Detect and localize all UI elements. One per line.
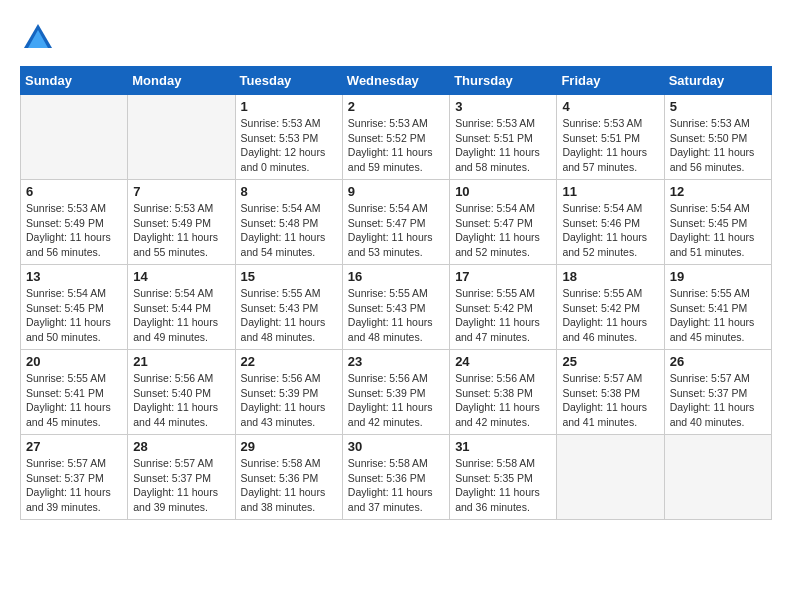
day-detail: Sunrise: 5:56 AM Sunset: 5:39 PM Dayligh… [348,371,444,430]
header-tuesday: Tuesday [235,67,342,95]
day-detail: Sunrise: 5:58 AM Sunset: 5:36 PM Dayligh… [241,456,337,515]
day-number: 17 [455,269,551,284]
day-cell: 2Sunrise: 5:53 AM Sunset: 5:52 PM Daylig… [342,95,449,180]
day-number: 9 [348,184,444,199]
day-number: 16 [348,269,444,284]
day-number: 12 [670,184,766,199]
day-cell [557,435,664,520]
day-cell: 17Sunrise: 5:55 AM Sunset: 5:42 PM Dayli… [450,265,557,350]
day-number: 8 [241,184,337,199]
day-number: 14 [133,269,229,284]
page-header [20,20,772,56]
day-detail: Sunrise: 5:53 AM Sunset: 5:51 PM Dayligh… [562,116,658,175]
day-number: 2 [348,99,444,114]
day-number: 1 [241,99,337,114]
day-cell: 13Sunrise: 5:54 AM Sunset: 5:45 PM Dayli… [21,265,128,350]
day-detail: Sunrise: 5:53 AM Sunset: 5:50 PM Dayligh… [670,116,766,175]
day-cell: 18Sunrise: 5:55 AM Sunset: 5:42 PM Dayli… [557,265,664,350]
day-detail: Sunrise: 5:53 AM Sunset: 5:49 PM Dayligh… [26,201,122,260]
day-cell: 5Sunrise: 5:53 AM Sunset: 5:50 PM Daylig… [664,95,771,180]
week-row-3: 20Sunrise: 5:55 AM Sunset: 5:41 PM Dayli… [21,350,772,435]
day-detail: Sunrise: 5:58 AM Sunset: 5:36 PM Dayligh… [348,456,444,515]
day-cell: 12Sunrise: 5:54 AM Sunset: 5:45 PM Dayli… [664,180,771,265]
day-detail: Sunrise: 5:54 AM Sunset: 5:45 PM Dayligh… [670,201,766,260]
day-cell: 31Sunrise: 5:58 AM Sunset: 5:35 PM Dayli… [450,435,557,520]
day-detail: Sunrise: 5:53 AM Sunset: 5:52 PM Dayligh… [348,116,444,175]
day-cell: 16Sunrise: 5:55 AM Sunset: 5:43 PM Dayli… [342,265,449,350]
day-number: 26 [670,354,766,369]
day-number: 7 [133,184,229,199]
day-detail: Sunrise: 5:55 AM Sunset: 5:42 PM Dayligh… [455,286,551,345]
day-detail: Sunrise: 5:54 AM Sunset: 5:45 PM Dayligh… [26,286,122,345]
day-detail: Sunrise: 5:57 AM Sunset: 5:37 PM Dayligh… [26,456,122,515]
day-number: 4 [562,99,658,114]
day-number: 29 [241,439,337,454]
day-cell: 29Sunrise: 5:58 AM Sunset: 5:36 PM Dayli… [235,435,342,520]
day-number: 3 [455,99,551,114]
day-number: 23 [348,354,444,369]
day-cell: 23Sunrise: 5:56 AM Sunset: 5:39 PM Dayli… [342,350,449,435]
day-detail: Sunrise: 5:53 AM Sunset: 5:49 PM Dayligh… [133,201,229,260]
day-cell: 20Sunrise: 5:55 AM Sunset: 5:41 PM Dayli… [21,350,128,435]
day-detail: Sunrise: 5:55 AM Sunset: 5:42 PM Dayligh… [562,286,658,345]
day-cell: 11Sunrise: 5:54 AM Sunset: 5:46 PM Dayli… [557,180,664,265]
day-number: 11 [562,184,658,199]
header-monday: Monday [128,67,235,95]
day-detail: Sunrise: 5:53 AM Sunset: 5:51 PM Dayligh… [455,116,551,175]
logo-icon [20,20,56,56]
day-number: 20 [26,354,122,369]
day-cell: 22Sunrise: 5:56 AM Sunset: 5:39 PM Dayli… [235,350,342,435]
day-cell: 8Sunrise: 5:54 AM Sunset: 5:48 PM Daylig… [235,180,342,265]
header-row: SundayMondayTuesdayWednesdayThursdayFrid… [21,67,772,95]
week-row-1: 6Sunrise: 5:53 AM Sunset: 5:49 PM Daylig… [21,180,772,265]
day-cell: 6Sunrise: 5:53 AM Sunset: 5:49 PM Daylig… [21,180,128,265]
day-detail: Sunrise: 5:54 AM Sunset: 5:44 PM Dayligh… [133,286,229,345]
day-cell: 10Sunrise: 5:54 AM Sunset: 5:47 PM Dayli… [450,180,557,265]
day-number: 6 [26,184,122,199]
day-detail: Sunrise: 5:56 AM Sunset: 5:38 PM Dayligh… [455,371,551,430]
header-sunday: Sunday [21,67,128,95]
day-detail: Sunrise: 5:57 AM Sunset: 5:38 PM Dayligh… [562,371,658,430]
day-cell: 21Sunrise: 5:56 AM Sunset: 5:40 PM Dayli… [128,350,235,435]
day-cell [128,95,235,180]
day-cell: 25Sunrise: 5:57 AM Sunset: 5:38 PM Dayli… [557,350,664,435]
day-detail: Sunrise: 5:56 AM Sunset: 5:40 PM Dayligh… [133,371,229,430]
day-detail: Sunrise: 5:54 AM Sunset: 5:47 PM Dayligh… [348,201,444,260]
header-thursday: Thursday [450,67,557,95]
day-detail: Sunrise: 5:55 AM Sunset: 5:43 PM Dayligh… [241,286,337,345]
day-cell: 30Sunrise: 5:58 AM Sunset: 5:36 PM Dayli… [342,435,449,520]
day-number: 24 [455,354,551,369]
week-row-4: 27Sunrise: 5:57 AM Sunset: 5:37 PM Dayli… [21,435,772,520]
day-cell: 15Sunrise: 5:55 AM Sunset: 5:43 PM Dayli… [235,265,342,350]
day-number: 31 [455,439,551,454]
day-cell: 9Sunrise: 5:54 AM Sunset: 5:47 PM Daylig… [342,180,449,265]
week-row-0: 1Sunrise: 5:53 AM Sunset: 5:53 PM Daylig… [21,95,772,180]
day-number: 27 [26,439,122,454]
day-number: 15 [241,269,337,284]
day-number: 22 [241,354,337,369]
day-number: 28 [133,439,229,454]
day-detail: Sunrise: 5:57 AM Sunset: 5:37 PM Dayligh… [670,371,766,430]
day-detail: Sunrise: 5:54 AM Sunset: 5:47 PM Dayligh… [455,201,551,260]
header-saturday: Saturday [664,67,771,95]
week-row-2: 13Sunrise: 5:54 AM Sunset: 5:45 PM Dayli… [21,265,772,350]
day-cell: 28Sunrise: 5:57 AM Sunset: 5:37 PM Dayli… [128,435,235,520]
day-cell: 3Sunrise: 5:53 AM Sunset: 5:51 PM Daylig… [450,95,557,180]
day-number: 10 [455,184,551,199]
day-number: 19 [670,269,766,284]
day-detail: Sunrise: 5:53 AM Sunset: 5:53 PM Dayligh… [241,116,337,175]
day-cell [664,435,771,520]
day-cell: 14Sunrise: 5:54 AM Sunset: 5:44 PM Dayli… [128,265,235,350]
day-cell [21,95,128,180]
day-detail: Sunrise: 5:56 AM Sunset: 5:39 PM Dayligh… [241,371,337,430]
day-detail: Sunrise: 5:54 AM Sunset: 5:46 PM Dayligh… [562,201,658,260]
day-number: 30 [348,439,444,454]
day-number: 21 [133,354,229,369]
day-number: 25 [562,354,658,369]
day-number: 5 [670,99,766,114]
day-number: 18 [562,269,658,284]
calendar-table: SundayMondayTuesdayWednesdayThursdayFrid… [20,66,772,520]
logo [20,20,62,56]
day-cell: 4Sunrise: 5:53 AM Sunset: 5:51 PM Daylig… [557,95,664,180]
day-detail: Sunrise: 5:55 AM Sunset: 5:41 PM Dayligh… [26,371,122,430]
